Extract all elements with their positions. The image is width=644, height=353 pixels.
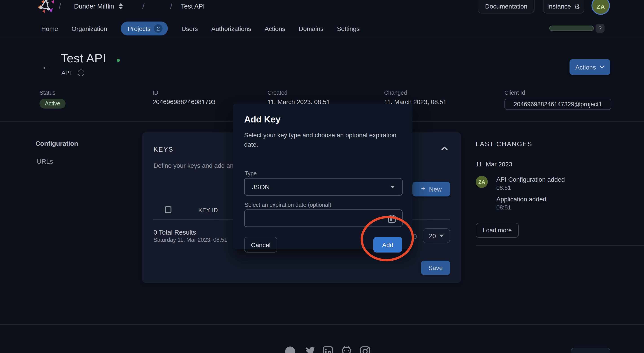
breadcrumb-org-label: Dunder Mifflin [74, 3, 114, 10]
back-arrow-icon[interactable]: ← [41, 61, 51, 72]
breadcrumb-separator: / [59, 1, 61, 11]
sidenav-section-configuration: Configuration [36, 140, 78, 147]
tab-users[interactable]: Users [182, 22, 198, 35]
dropdown-arrow-icon [440, 234, 444, 237]
status-badge: Active [40, 99, 66, 108]
org-switcher-icon [118, 3, 123, 9]
plus-icon: + [421, 184, 426, 193]
last-changes-date: 11. Mar 2023 [476, 161, 628, 168]
total-results: 0 Total Results [154, 229, 196, 236]
loading-skeleton-bar [549, 25, 594, 31]
results-timestamp: Saturday 11. Mar 2023, 08:51 [154, 237, 227, 243]
tab-authorizations[interactable]: Authorizations [212, 22, 251, 35]
event-item: Application added 08:51 [496, 196, 565, 211]
documentation-button[interactable]: Documentation [478, 0, 534, 13]
tab-organization[interactable]: Organization [72, 22, 107, 35]
page-subtitle: API [62, 69, 71, 76]
last-changes-title: LAST CHANGES [476, 140, 628, 148]
changed-label: Changed [384, 90, 446, 96]
new-key-button[interactable]: + New [412, 182, 450, 196]
collapse-chevron-up-icon[interactable] [441, 146, 448, 151]
keys-card-title: KEYS [154, 146, 174, 153]
breadcrumb-separator: / [170, 1, 172, 11]
tab-domains[interactable]: Domains [299, 22, 324, 35]
help-button[interactable]: ? [596, 24, 604, 33]
expiry-field-label: Select an expiration date (optional) [244, 202, 331, 208]
key-type-select[interactable]: JSON [244, 178, 402, 196]
main-nav: Home Organization Projects 2 Users Autho… [41, 21, 360, 35]
client-id-label: Client Id [504, 90, 611, 96]
id-label: ID [152, 90, 216, 96]
pagination-count: 0 [413, 233, 417, 240]
status-label: Status [40, 90, 66, 96]
linkedin-icon[interactable] [323, 346, 333, 353]
breadcrumb-app[interactable]: Test API [181, 3, 205, 10]
tab-settings[interactable]: Settings [337, 22, 360, 35]
breadcrumb-org-switcher[interactable]: Dunder Mifflin [74, 3, 123, 10]
cancel-button[interactable]: Cancel [244, 237, 277, 253]
expiration-date-input[interactable] [244, 209, 402, 227]
id-value: 204696988246081793 [152, 98, 216, 105]
instagram-icon[interactable] [360, 346, 370, 353]
add-key-dialog: Add Key Select your key type and choose … [233, 104, 412, 249]
column-header-key-id: KEY ID [198, 207, 218, 214]
dialog-title: Add Key [244, 114, 280, 125]
calendar-icon[interactable] [388, 214, 396, 223]
type-field-label: Type [244, 170, 257, 177]
actions-dropdown-button[interactable]: Actions [570, 59, 610, 75]
event-avatar: ZA [476, 176, 488, 188]
github-icon[interactable] [341, 346, 352, 353]
tab-projects[interactable]: Projects 2 [121, 21, 168, 35]
sidebar-divider [476, 245, 644, 246]
bottom-right-widget[interactable] [571, 348, 610, 353]
user-avatar[interactable]: ZA [592, 0, 610, 15]
client-id-value: 204696988246147329@project1 [504, 99, 611, 110]
created-label: Created [268, 90, 330, 96]
load-more-button[interactable]: Load more [476, 223, 519, 238]
app-window: / Dunder Mifflin / / Test API Documentat… [0, 0, 644, 353]
page-title: Test API [60, 51, 106, 65]
change-event-row: ZA API Configuration added 08:51 Applica… [476, 176, 628, 211]
event-item: API Configuration added 08:51 [496, 176, 565, 191]
footer-divider [0, 324, 644, 325]
status-dot [117, 59, 120, 62]
social-circle-icon[interactable] [285, 346, 295, 353]
dropdown-arrow-icon [390, 185, 395, 188]
projects-count-badge: 2 [154, 24, 163, 33]
dialog-description: Select your key type and choose an optio… [244, 130, 409, 149]
zitadel-logo[interactable] [35, 0, 56, 16]
add-button[interactable]: Add [374, 237, 402, 253]
breadcrumb-separator: / [142, 1, 145, 11]
save-button[interactable]: Save [421, 261, 450, 275]
instance-button[interactable]: Instance ⚙ [543, 0, 584, 13]
info-icon[interactable]: i [78, 69, 84, 76]
chevron-down-icon [600, 65, 604, 69]
sidenav-item-urls[interactable]: URLs [37, 158, 53, 165]
tab-actions[interactable]: Actions [264, 22, 285, 35]
gear-icon: ⚙ [574, 3, 580, 10]
last-changes-panel: LAST CHANGES 11. Mar 2023 ZA API Configu… [476, 140, 628, 211]
header-divider [0, 36, 644, 36]
tab-home[interactable]: Home [41, 22, 58, 35]
twitter-icon[interactable] [304, 346, 314, 353]
select-all-checkbox[interactable] [165, 206, 172, 213]
page-size-select[interactable]: 20 [423, 228, 450, 243]
